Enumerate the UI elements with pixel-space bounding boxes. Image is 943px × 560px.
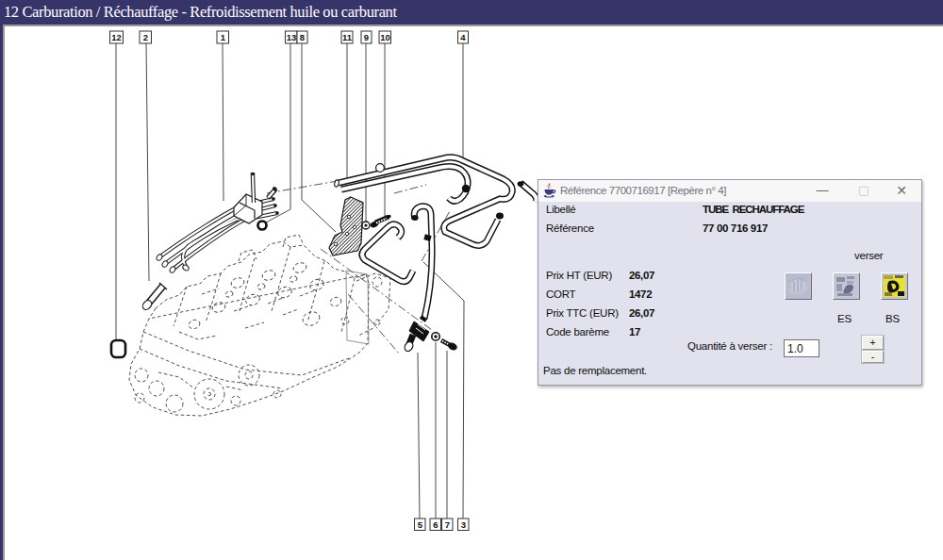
svg-text:12: 12	[111, 32, 122, 42]
svg-text:3: 3	[461, 519, 466, 530]
svg-text:9: 9	[364, 32, 369, 42]
svg-text:8: 8	[300, 32, 305, 42]
svg-text:1: 1	[221, 32, 226, 42]
svg-text:6: 6	[433, 519, 438, 530]
svg-text:5: 5	[418, 519, 423, 530]
svg-text:7: 7	[445, 519, 450, 530]
svg-text:10: 10	[380, 32, 390, 42]
svg-text:11: 11	[342, 32, 353, 42]
svg-text:2: 2	[143, 32, 148, 42]
svg-text:4: 4	[460, 32, 466, 42]
svg-text:13: 13	[287, 32, 297, 42]
